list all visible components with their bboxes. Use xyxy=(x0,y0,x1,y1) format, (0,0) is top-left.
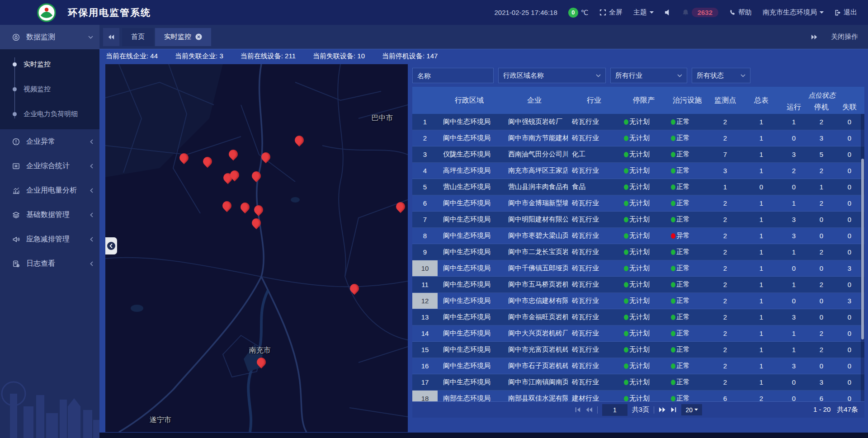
status-dot-icon xyxy=(624,380,628,385)
cell-monitor-points: 6 xyxy=(707,395,743,401)
sidebar-item[interactable]: 应急减排管理 xyxy=(0,227,99,251)
sidebar-item-label: 应急减排管理 xyxy=(26,235,90,244)
status-dot-icon xyxy=(671,184,675,190)
logout-button[interactable]: 退出 xyxy=(835,8,857,17)
table-row[interactable]: 15 阆中生态环境局 阆中市光富页岩机砖厂 砖瓦行业 无计划 正常 2 1 1 … xyxy=(412,342,864,358)
industry-filter-select[interactable]: 所有行业 xyxy=(610,68,687,83)
cell-industry: 砖瓦行业 xyxy=(568,264,620,273)
cell-running: 0 xyxy=(779,183,808,191)
region-filter-select[interactable]: 行政区域名称 xyxy=(498,68,606,83)
fullscreen-icon xyxy=(599,9,606,16)
cell-stopped: 0 xyxy=(808,313,835,321)
cell-limit-status: 无计划 xyxy=(620,345,667,354)
table-row[interactable]: 13 阆中生态环境局 阆中市金福旺页岩机砖 砖瓦行业 无计划 正常 2 1 3 … xyxy=(412,309,864,325)
user-org-dropdown[interactable]: 南充市生态环境局 xyxy=(763,8,824,17)
row-index: 4 xyxy=(412,163,438,179)
row-index: 7 xyxy=(412,212,438,227)
tabs-scroll-left-button[interactable] xyxy=(103,28,119,46)
sound-toggle[interactable] xyxy=(665,9,671,15)
col-header-5: 监测点 xyxy=(707,96,743,105)
table-row[interactable]: 17 阆中生态环境局 阆中市江南镇阆南页岩 砖瓦行业 无计划 正常 2 1 0 … xyxy=(412,374,864,391)
sidebar-item[interactable]: 基础数据管理 xyxy=(0,203,99,227)
header-toolbar: 2021-02-25 17:46:18 0 ℃ 全屏 主题 xyxy=(494,8,868,18)
city-label: 南充市 xyxy=(249,346,271,355)
cell-total-meter: 1 xyxy=(743,346,779,353)
table-row[interactable]: 11 阆中生态环境局 阆中市五马桥页岩机砖 砖瓦行业 无计划 正常 2 1 1 … xyxy=(412,277,864,293)
status-dot-icon xyxy=(624,266,628,271)
cell-company: 阆中市金博瑞新型墙材 xyxy=(501,199,568,207)
sidebar-subitem[interactable]: 企业电力负荷明细 xyxy=(0,102,99,127)
cell-running: 0 xyxy=(779,264,808,272)
sidebar-item[interactable]: 企业异常 xyxy=(0,129,99,154)
status-dot-icon xyxy=(624,396,628,401)
help-button[interactable]: 帮助 xyxy=(729,8,752,17)
table-row[interactable]: 3 仪陇生态环境局 西南油气田分公司川中 化工 无计划 正常 7 1 3 5 0 xyxy=(412,146,864,163)
close-icon[interactable] xyxy=(195,33,202,40)
phone-icon xyxy=(729,9,736,16)
table-row[interactable]: 14 阆中生态环境局 阆中大兴页岩机砖厂 砖瓦行业 无计划 正常 2 1 1 2… xyxy=(412,325,864,342)
name-filter-input[interactable] xyxy=(412,68,494,83)
chevron-down-icon xyxy=(650,11,654,14)
status-dot-icon xyxy=(671,266,675,271)
chevron-left-circle-icon xyxy=(107,241,116,250)
double-arrow-right-icon xyxy=(811,34,817,40)
cell-limit-status: 无计划 xyxy=(620,231,667,240)
tab-active[interactable]: 实时监控 xyxy=(155,28,211,46)
next-page-button[interactable] xyxy=(659,407,666,413)
table-row[interactable]: 6 阆中生态环境局 阆中市金博瑞新型墙材 砖瓦行业 无计划 正常 2 1 1 2… xyxy=(412,195,864,212)
theme-dropdown[interactable]: 主题 xyxy=(633,8,654,17)
table-row[interactable]: 2 阆中生态环境局 阆中市南方节能建材有 砖瓦行业 无计划 正常 2 1 0 3… xyxy=(412,130,864,146)
table-row[interactable]: 1 阆中生态环境局 阆中强锐页岩砖厂 砖瓦行业 无计划 正常 2 1 1 2 0 xyxy=(412,114,864,130)
table-row[interactable]: 16 阆中生态环境局 阆中市石子页岩机砖厂 砖瓦行业 无计划 正常 2 1 3 … xyxy=(412,358,864,374)
close-operations-button[interactable]: 关闭操作 xyxy=(831,33,858,41)
cell-running: 1 xyxy=(779,248,808,256)
prev-page-button[interactable] xyxy=(585,407,593,413)
cell-monitor-points: 2 xyxy=(707,281,743,288)
stat-value: 44 xyxy=(150,52,158,60)
sidebar-subitem[interactable]: 实时监控 xyxy=(0,52,99,77)
cell-total-meter: 0 xyxy=(743,183,779,191)
top-header: 环保用电监管系统 2021-02-25 17:46:18 0 ℃ 全屏 主题 xyxy=(0,0,868,25)
cell-company: 阆中市枣碧大梁山页岩 xyxy=(501,231,568,240)
tab-item[interactable]: 首页 xyxy=(122,28,154,46)
stat-value: 211 xyxy=(285,52,296,60)
table-row[interactable]: 5 营山生态环境局 营山县润丰肉食品有限 食品 无计划 正常 1 0 0 1 0 xyxy=(412,179,864,195)
fullscreen-button[interactable]: 全屏 xyxy=(599,8,623,17)
cell-company: 阆中市江南镇阆南页岩 xyxy=(501,378,568,386)
sidebar: 数据监测 实时监控 视频监控 企业电力负荷明细 企业异常 企业综合统计 企业用电… xyxy=(0,25,99,438)
sidebar-item[interactable]: 数据监测 xyxy=(0,25,99,49)
row-index: 16 xyxy=(412,358,438,374)
sub-col-header: 运行 xyxy=(779,101,808,113)
sidebar-item[interactable]: 企业用电量分析 xyxy=(0,178,99,203)
table-row[interactable]: 7 阆中生态环境局 阆中明阳建材有限公司 砖瓦行业 无计划 正常 2 1 3 0… xyxy=(412,212,864,228)
page-size-select[interactable]: 20 xyxy=(681,404,702,415)
sidebar-subitem-label: 企业电力负荷明细 xyxy=(24,110,78,118)
sidebar-item[interactable]: 日志查看 xyxy=(0,251,99,276)
scrollbar-thumb[interactable] xyxy=(861,159,864,339)
tabs-scroll-right-button[interactable] xyxy=(811,34,817,40)
last-page-button[interactable] xyxy=(670,407,677,413)
cell-industry: 砖瓦行业 xyxy=(568,313,620,321)
cell-running: 1 xyxy=(779,281,808,288)
status-filter-select[interactable]: 所有状态 xyxy=(692,68,750,83)
cell-company: 阆中市二龙长宝页岩砖 xyxy=(501,248,568,256)
table-row[interactable]: 10 阆中生态环境局 阆中千佛镇五郎垭页岩 砖瓦行业 无计划 正常 2 1 0 … xyxy=(412,260,864,277)
page-number-input[interactable] xyxy=(602,404,627,416)
cell-running: 1 xyxy=(779,346,808,353)
status-dot-icon xyxy=(624,282,628,287)
notifications[interactable]: 2632 xyxy=(682,8,718,17)
table-row[interactable]: 4 高坪生态环境局 南充市高坪区王家店建 砖瓦行业 无计划 正常 3 1 2 2… xyxy=(412,163,864,179)
table-row[interactable]: 12 阆中生态环境局 阆中市忠信建材有限公 砖瓦行业 无计划 正常 2 1 0 … xyxy=(412,293,864,309)
table-row[interactable]: 18 南部生态环境局 南部县双佳水泥有限公 建材行业 无计划 正常 6 2 0 … xyxy=(412,391,864,401)
cell-region: 阆中生态环境局 xyxy=(438,215,501,224)
map[interactable]: 巴中市 南充市 遂宁市 xyxy=(105,64,408,432)
map-collapse-button[interactable] xyxy=(105,237,117,254)
sidebar-subitem[interactable]: 视频监控 xyxy=(0,77,99,102)
row-index: 6 xyxy=(412,195,438,211)
table-row[interactable]: 8 阆中生态环境局 阆中市枣碧大梁山页岩 砖瓦行业 无计划 异常 2 1 3 0… xyxy=(412,228,864,244)
table-row[interactable]: 9 阆中生态环境局 阆中市二龙长宝页岩砖 砖瓦行业 无计划 正常 2 1 1 2… xyxy=(412,244,864,260)
sidebar-item[interactable]: 企业综合统计 xyxy=(0,154,99,178)
chevron-left-icon xyxy=(90,237,93,242)
first-page-button[interactable] xyxy=(575,407,581,413)
cell-company: 阆中市石子页岩机砖厂 xyxy=(501,362,568,370)
